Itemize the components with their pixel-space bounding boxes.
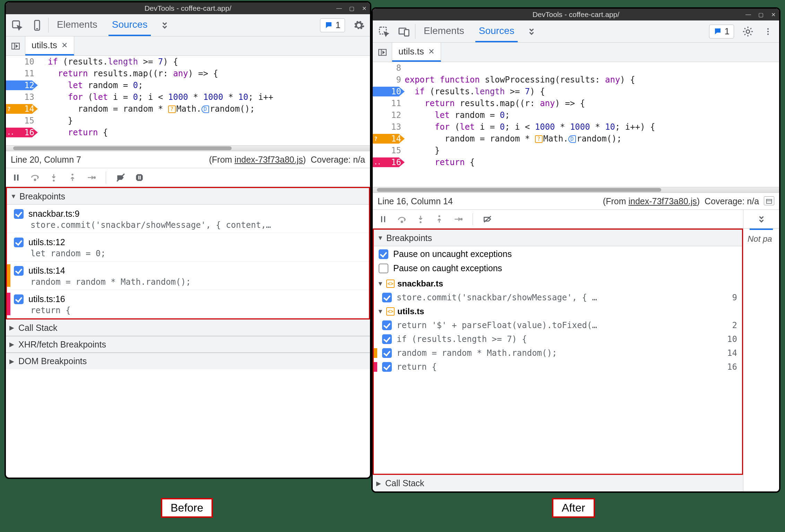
step-out-icon[interactable]	[433, 213, 446, 225]
svg-point-27	[401, 221, 403, 222]
svg-rect-5	[14, 174, 16, 180]
close-icon[interactable]: ✕	[361, 5, 367, 12]
checkbox-icon[interactable]	[382, 320, 392, 330]
sourcemap-link[interactable]: index-73f73a80.js	[234, 155, 303, 164]
sourcemap-link[interactable]: index-73f73a80.js	[628, 196, 697, 206]
window-controls: — ▢ ✕	[336, 2, 367, 14]
breakpoint-group-head[interactable]: ▼<>utils.ts	[374, 304, 742, 318]
pause-exceptions-icon[interactable]	[133, 171, 146, 184]
tag-after: After	[552, 498, 595, 518]
code-editor[interactable]: 89export function slowProcessing(results…	[373, 62, 779, 187]
tab-elements[interactable]: Elements	[53, 14, 101, 36]
checkbox-icon[interactable]	[382, 362, 392, 372]
more-tabs-icon[interactable]	[158, 19, 171, 32]
main-toolbar: Elements Sources 1	[373, 20, 779, 43]
breakpoint-line[interactable]: store.commit('snackbar/showMessage', { ……	[374, 291, 742, 304]
checkbox-icon[interactable]	[379, 249, 388, 259]
deactivate-breakpoints-icon[interactable]	[481, 213, 494, 225]
step-into-icon[interactable]	[414, 213, 427, 225]
section-breakpoints[interactable]: ▼ Breakpoints	[7, 188, 369, 205]
device-icon[interactable]	[31, 19, 43, 32]
checkbox-icon[interactable]	[382, 334, 392, 344]
issues-badge[interactable]: 1	[320, 18, 345, 32]
minimize-icon[interactable]: —	[745, 11, 751, 18]
checkbox-icon[interactable]	[382, 293, 392, 302]
settings-gear-icon[interactable]	[353, 19, 365, 32]
section-breakpoints[interactable]: ▼ Breakpoints	[374, 230, 742, 246]
code-editor[interactable]: 10 if (results.length >= 7) {11 return r…	[6, 56, 370, 145]
checkbox-icon[interactable]	[14, 266, 24, 276]
navigator-toggle-icon[interactable]	[6, 36, 25, 55]
checkbox-icon[interactable]	[14, 294, 24, 304]
devtools-window-after: DevTools - coffee-cart.app/ — ▢ ✕ Elemen…	[372, 8, 780, 492]
pause-caught-row[interactable]: Pause on caught exceptions	[374, 262, 742, 277]
svg-point-29	[438, 215, 440, 217]
more-tabs-icon[interactable]	[525, 25, 538, 38]
inspect-icon[interactable]	[378, 25, 390, 38]
pause-icon[interactable]	[377, 213, 389, 225]
section-callstack[interactable]: ▶ Call Stack	[6, 319, 370, 336]
issues-badge[interactable]: 1	[709, 25, 734, 38]
navigator-toggle-icon[interactable]	[373, 43, 392, 62]
svg-point-7	[34, 179, 36, 180]
svg-point-20	[767, 33, 769, 35]
section-callstack[interactable]: ▶ Call Stack	[373, 475, 743, 491]
maximize-icon[interactable]: ▢	[348, 5, 355, 12]
step-into-icon[interactable]	[48, 171, 60, 184]
cursor-position: Line 16, Column 14	[378, 196, 453, 206]
step-over-icon[interactable]	[396, 213, 408, 225]
disclosure-triangle-icon: ▶	[376, 480, 382, 487]
section-dom-breakpoints[interactable]: ▶ DOM Breakpoints	[6, 353, 370, 369]
step-icon[interactable]	[85, 171, 97, 184]
breakpoint-group-head[interactable]: ▼<>snackbar.ts	[374, 277, 742, 291]
disclosure-triangle-icon: ▶	[9, 358, 16, 365]
settings-gear-icon[interactable]	[742, 25, 754, 38]
breakpoint-entry[interactable]: snackbar.ts:9store.commit('snackbar/show…	[7, 205, 369, 233]
close-tab-icon[interactable]: ✕	[61, 41, 68, 50]
breakpoint-line[interactable]: if (results.length >= 7) {10	[374, 332, 742, 346]
pause-icon[interactable]	[10, 171, 23, 184]
status-bar: Line 16, Column 14 (From index-73f73a80.…	[373, 192, 779, 210]
device-icon[interactable]	[398, 25, 410, 38]
step-out-icon[interactable]	[66, 171, 79, 184]
coverage-status: Coverage: n/a	[311, 155, 365, 164]
checkbox-icon[interactable]	[14, 238, 24, 247]
tab-elements[interactable]: Elements	[420, 20, 468, 42]
titlebar[interactable]: DevTools - coffee-cart.app/ — ▢ ✕	[6, 2, 370, 14]
breakpoint-entry[interactable]: utils.ts:12let random = 0;	[7, 233, 369, 261]
breakpoint-entry[interactable]: utils.ts:16return {	[7, 290, 369, 318]
breakpoint-entry[interactable]: utils.ts:14random = random * Math.random…	[7, 261, 369, 290]
checkbox-icon[interactable]	[379, 264, 388, 273]
horizontal-scrollbar[interactable]	[6, 145, 370, 151]
maximize-icon[interactable]: ▢	[758, 11, 764, 18]
breakpoint-line[interactable]: random = random * Math.random();14	[374, 346, 742, 360]
issues-count: 1	[725, 26, 730, 37]
debugger-panes: ▼ Breakpoints snackbar.ts:9store.commit(…	[6, 187, 370, 478]
expand-status-icon[interactable]	[764, 196, 774, 205]
checkbox-icon[interactable]	[14, 209, 24, 219]
tab-sources[interactable]: Sources	[109, 14, 151, 36]
section-xhr-breakpoints[interactable]: ▶ XHR/fetch Breakpoints	[6, 336, 370, 353]
file-tab-utils[interactable]: utils.ts ✕	[392, 43, 441, 62]
step-over-icon[interactable]	[29, 171, 41, 184]
titlebar[interactable]: DevTools - coffee-cart.app/ — ▢ ✕	[373, 9, 779, 20]
deactivate-breakpoints-icon[interactable]	[114, 171, 127, 184]
close-tab-icon[interactable]: ✕	[428, 47, 434, 56]
pause-uncaught-row[interactable]: Pause on uncaught exceptions	[374, 246, 742, 262]
tag-before: Before	[161, 498, 213, 518]
kebab-menu-icon[interactable]	[762, 25, 774, 38]
disclosure-triangle-icon: ▼	[377, 234, 383, 242]
tab-sources[interactable]: Sources	[475, 20, 518, 42]
inspect-icon[interactable]	[11, 19, 23, 32]
step-icon[interactable]	[452, 213, 464, 225]
breakpoint-line[interactable]: return '$' + parseFloat(value).toFixed(……	[374, 318, 742, 332]
breakpoint-line[interactable]: return {16	[374, 360, 742, 374]
horizontal-scrollbar[interactable]	[373, 187, 779, 192]
file-tabs: utils.ts ✕	[6, 36, 370, 56]
svg-point-19	[767, 31, 769, 32]
minimize-icon[interactable]: —	[336, 5, 342, 11]
file-tab-utils[interactable]: utils.ts ✕	[25, 36, 74, 55]
side-pane-more-icon[interactable]	[743, 210, 779, 229]
checkbox-icon[interactable]	[382, 348, 392, 358]
close-icon[interactable]: ✕	[770, 11, 776, 18]
